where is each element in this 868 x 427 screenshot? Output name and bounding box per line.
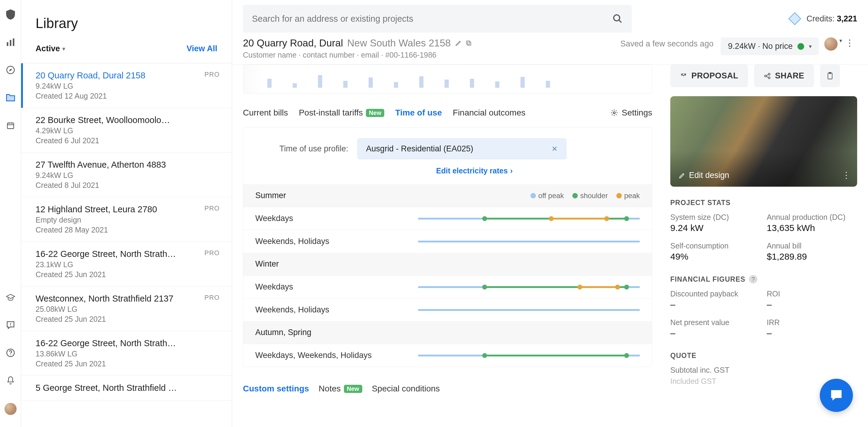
library-filter-dropdown[interactable]: Active ▾ <box>36 44 65 53</box>
project-item[interactable]: 12 Highland Street, Leura 2780 PRO Empty… <box>21 197 232 242</box>
calendar-icon[interactable] <box>5 120 16 131</box>
copy-icon[interactable] <box>465 40 472 47</box>
help-icon[interactable] <box>5 347 16 358</box>
tou-timeline <box>418 355 640 357</box>
svg-point-16 <box>613 112 615 114</box>
edit-icon[interactable] <box>455 40 462 47</box>
close-icon[interactable]: ✕ <box>552 145 558 153</box>
stats-grid: System size (DC) 9.24 kWAnnual productio… <box>670 213 857 262</box>
stat-value: – <box>767 328 857 338</box>
svg-point-11 <box>10 354 11 355</box>
center-column: Current bills Post-install tariffs New T… <box>232 64 663 427</box>
tou-profile-chip[interactable]: Ausgrid - Residential (EA025) ✕ <box>358 139 567 159</box>
tou-row: Weekdays <box>243 207 652 230</box>
svg-point-12 <box>614 15 620 21</box>
tou-row-label: Weekdays <box>255 282 418 292</box>
stat: IRR – <box>767 318 857 338</box>
bill-tabs: Current bills Post-install tariffs New T… <box>243 108 652 118</box>
design-more-button[interactable]: ⋮ <box>842 170 850 180</box>
tab-financial-outcomes[interactable]: Financial outcomes <box>453 108 525 118</box>
tab-custom-settings[interactable]: Custom settings <box>243 384 309 394</box>
quote-subtotal-row: Subtotal inc. GST <box>670 366 857 374</box>
season-header: Summer off peak shoulder peak <box>243 184 652 207</box>
proposal-button[interactable]: PROPOSAL <box>670 64 748 87</box>
caret-down-icon[interactable]: ▾ <box>839 37 842 44</box>
tou-timeline <box>418 218 640 219</box>
shield-icon[interactable] <box>5 9 16 20</box>
tab-notes[interactable]: Notes New <box>318 384 362 394</box>
svg-point-17 <box>765 75 767 77</box>
project-item-address: 5 George Street, North Strathfield … <box>36 383 177 393</box>
svg-rect-4 <box>7 123 13 129</box>
gear-icon <box>610 109 618 117</box>
tou-row: Weekends, Holidays <box>243 230 652 253</box>
bell-icon[interactable] <box>5 375 16 386</box>
stat: Self-consumption 49% <box>670 242 761 262</box>
search-box[interactable] <box>243 5 632 33</box>
system-price-dropdown[interactable]: 9.24kW · No price ▾ <box>721 37 819 55</box>
share-icon <box>764 72 771 80</box>
project-item[interactable]: 22 Bourke Street, Woolloomoolo… 4.29kW L… <box>21 108 232 153</box>
svg-rect-15 <box>466 41 470 44</box>
tab-special-conditions[interactable]: Special conditions <box>372 384 440 394</box>
chart-icon[interactable] <box>5 37 16 48</box>
folder-icon[interactable] <box>5 92 16 103</box>
project-item[interactable]: 5 George Street, North Strathfield … <box>21 376 232 400</box>
search-input[interactable] <box>252 14 613 24</box>
edit-design-button[interactable]: Edit design <box>679 171 730 180</box>
bill-chart-stub <box>243 64 652 93</box>
project-item-meta: 13.86kW LG <box>36 349 220 358</box>
project-item[interactable]: 16-22 George Street, North Strath… PRO 2… <box>21 242 232 286</box>
tou-legend: off peak shoulder peak <box>530 191 640 200</box>
tab-settings-button[interactable]: Settings <box>610 108 652 118</box>
svg-line-13 <box>619 20 621 23</box>
project-item[interactable]: 20 Quarry Road, Dural 2158 PRO 9.24kW LG… <box>21 63 232 108</box>
edit-rates-link[interactable]: Edit electricity rates <box>436 166 508 175</box>
stat: ROI – <box>767 289 857 310</box>
design-preview[interactable]: Edit design ⋮ <box>670 96 857 187</box>
tou-row-label: Weekdays, Weekends, Holidays <box>255 351 418 360</box>
financial-title: FINANCIAL FIGURES <box>670 275 745 283</box>
stats-title: PROJECT STATS <box>670 199 857 207</box>
project-item[interactable]: Westconnex, North Strathfield 2137 PRO 2… <box>21 286 232 331</box>
more-menu-button[interactable]: ⋮ <box>842 37 857 48</box>
pro-badge: PRO <box>204 70 220 79</box>
svg-rect-2 <box>13 39 14 46</box>
svg-rect-14 <box>467 42 471 45</box>
stat-label: Self-consumption <box>670 242 761 250</box>
owner-avatar[interactable] <box>824 37 838 51</box>
project-item-created: Created 25 Jun 2021 <box>36 360 220 368</box>
stat-label: IRR <box>767 318 857 327</box>
search-icon[interactable] <box>613 13 623 24</box>
tab-time-of-use[interactable]: Time of use <box>395 108 442 118</box>
help-icon[interactable]: ? <box>749 275 757 283</box>
tou-timeline <box>418 241 640 242</box>
user-avatar[interactable] <box>4 403 17 415</box>
right-column: PROPOSAL SHARE Edit design ⋮ <box>663 64 868 427</box>
project-item-address: Westconnex, North Strathfield 2137 <box>36 294 173 304</box>
share-button[interactable]: SHARE <box>754 64 814 87</box>
tab-post-install[interactable]: Post-install tariffs New <box>299 108 384 118</box>
view-all-link[interactable]: View All <box>187 44 217 53</box>
stat-value: – <box>670 328 761 338</box>
tou-row-label: Weekdays <box>255 214 418 223</box>
project-item-address: 27 Twelfth Avenue, Atherton 4883 <box>36 160 166 170</box>
feedback-icon[interactable] <box>5 319 16 331</box>
save-status: Saved a few seconds ago <box>620 39 713 49</box>
project-item-address: 16-22 George Street, North Strath… <box>36 249 176 259</box>
clipboard-button[interactable] <box>820 64 840 87</box>
chat-fab[interactable] <box>820 379 853 412</box>
tou-profile-name: Ausgrid - Residential (EA025) <box>366 144 473 153</box>
new-badge: New <box>344 385 362 393</box>
stat-value: 49% <box>670 251 761 262</box>
tab-current-bills[interactable]: Current bills <box>243 108 288 118</box>
project-item-meta: 23.1kW LG <box>36 260 220 269</box>
project-item[interactable]: 27 Twelfth Avenue, Atherton 4883 9.24kW … <box>21 153 232 197</box>
compass-icon[interactable] <box>5 64 16 75</box>
tou-row: Weekends, Holidays <box>243 298 652 321</box>
project-item[interactable]: 16-22 George Street, North Strath… 13.86… <box>21 331 232 376</box>
status-dot <box>798 43 804 50</box>
svg-point-18 <box>768 73 770 75</box>
education-icon[interactable] <box>5 292 16 303</box>
project-item-meta: 9.24kW LG <box>36 171 220 180</box>
